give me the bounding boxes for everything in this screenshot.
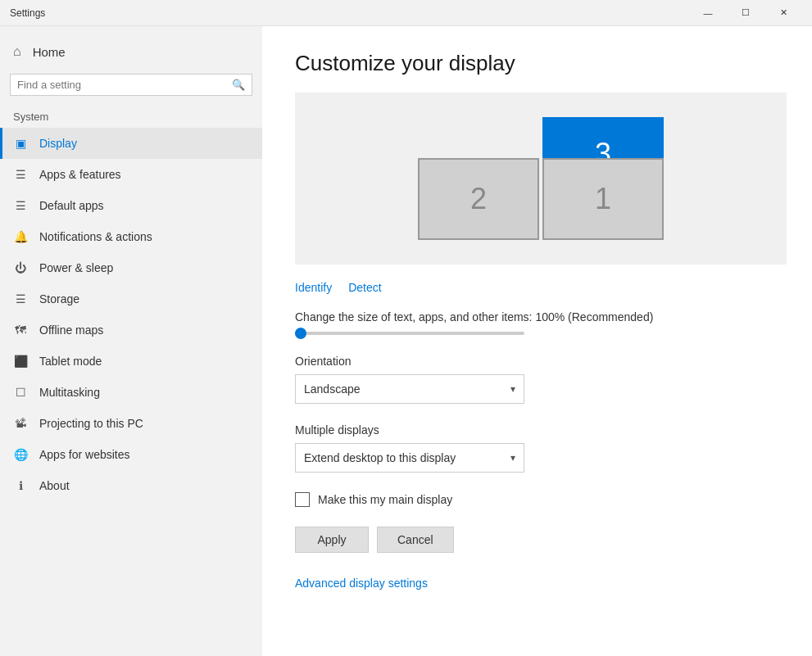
display-actions: Identify Detect — [295, 281, 779, 294]
sidebar-item-tablet-mode[interactable]: ⬛ Tablet mode — [0, 346, 262, 377]
monitor-2[interactable]: 2 — [418, 158, 539, 240]
close-button[interactable]: ✕ — [764, 0, 802, 26]
apps-websites-icon: 🌐 — [13, 448, 28, 461]
monitor-1-number: 1 — [595, 182, 611, 216]
scale-slider-track[interactable] — [295, 332, 524, 335]
about-label: About — [39, 479, 70, 492]
app-container: ⌂ Home 🔍 System ▣ Display ☰ Apps & featu… — [0, 26, 812, 656]
notifications-label: Notifications & actions — [39, 230, 152, 243]
sidebar-item-apps-websites[interactable]: 🌐 Apps for websites — [0, 439, 262, 470]
main-content: Customize your display 3 2 1 Identify De… — [262, 26, 812, 656]
multiple-displays-value: Extend desktop to this display — [304, 451, 456, 464]
sidebar-item-projecting[interactable]: 📽 Projecting to this PC — [0, 408, 262, 439]
default-apps-icon: ☰ — [13, 199, 28, 212]
search-input[interactable] — [17, 79, 232, 91]
notifications-icon: 🔔 — [13, 230, 28, 243]
monitor-1[interactable]: 1 — [542, 158, 664, 240]
monitor-group: 3 2 1 — [418, 117, 664, 240]
sidebar-item-display[interactable]: ▣ Display — [0, 128, 262, 159]
apps-websites-label: Apps for websites — [39, 448, 130, 461]
action-buttons: Apply Cancel — [295, 527, 779, 553]
make-main-label: Make this my main display — [318, 493, 452, 506]
multitasking-icon: ☐ — [13, 386, 28, 399]
default-apps-label: Default apps — [39, 199, 104, 212]
cancel-button[interactable]: Cancel — [377, 527, 454, 553]
projecting-label: Projecting to this PC — [39, 417, 143, 430]
sidebar-item-about[interactable]: ℹ About — [0, 470, 262, 501]
multiple-displays-arrow-icon: ▾ — [510, 452, 515, 464]
tablet-mode-label: Tablet mode — [39, 355, 102, 368]
monitor-2-number: 2 — [470, 182, 487, 216]
tablet-mode-icon: ⬛ — [13, 355, 28, 368]
maximize-button[interactable]: ☐ — [727, 0, 764, 26]
display-icon: ▣ — [13, 137, 28, 150]
orientation-label: Orientation — [295, 355, 779, 368]
sidebar-item-storage[interactable]: ☰ Storage — [0, 283, 262, 314]
home-nav-item[interactable]: ⌂ Home — [0, 34, 262, 69]
sidebar-item-offline-maps[interactable]: 🗺 Offline maps — [0, 314, 262, 346]
slider-thumb — [295, 328, 306, 339]
power-icon: ⏻ — [13, 261, 28, 274]
display-label: Display — [39, 137, 77, 150]
page-title: Customize your display — [295, 51, 779, 76]
offline-maps-icon: 🗺 — [13, 323, 28, 337]
search-box: 🔍 — [10, 74, 252, 96]
home-icon: ⌂ — [13, 44, 21, 59]
about-icon: ℹ — [13, 479, 28, 492]
advanced-display-link[interactable]: Advanced display settings — [295, 577, 428, 590]
apply-button[interactable]: Apply — [295, 527, 369, 553]
apps-features-label: Apps & features — [39, 168, 121, 181]
power-label: Power & sleep — [39, 261, 113, 274]
minimize-button[interactable]: — — [689, 0, 727, 26]
orientation-value: Landscape — [304, 382, 361, 396]
app-title: Settings — [10, 7, 689, 19]
system-label: System — [0, 106, 262, 128]
display-preview: 3 2 1 — [295, 93, 787, 265]
multitasking-label: Multitasking — [39, 386, 100, 399]
multiple-displays-label: Multiple displays — [295, 423, 779, 437]
apps-features-icon: ☰ — [13, 168, 28, 181]
identify-button[interactable]: Identify — [295, 281, 332, 294]
orientation-dropdown[interactable]: Landscape ▾ — [295, 374, 524, 404]
sidebar-item-default-apps[interactable]: ☰ Default apps — [0, 190, 262, 221]
sidebar-item-apps-features[interactable]: ☰ Apps & features — [0, 159, 262, 190]
make-main-row: Make this my main display — [295, 492, 779, 507]
titlebar: Settings — ☐ ✕ — [0, 0, 812, 26]
detect-button[interactable]: Detect — [348, 281, 381, 294]
multiple-displays-dropdown[interactable]: Extend desktop to this display ▾ — [295, 443, 524, 473]
multiple-displays-group: Multiple displays Extend desktop to this… — [295, 423, 779, 473]
window-controls: — ☐ ✕ — [689, 0, 802, 26]
make-main-checkbox[interactable] — [295, 492, 310, 507]
storage-icon: ☰ — [13, 292, 28, 305]
sidebar-item-multitasking[interactable]: ☐ Multitasking — [0, 377, 262, 408]
size-label: Change the size of text, apps, and other… — [295, 310, 779, 323]
storage-label: Storage — [39, 292, 79, 305]
sidebar-item-notifications[interactable]: 🔔 Notifications & actions — [0, 221, 262, 252]
home-label: Home — [33, 45, 66, 59]
search-icon: 🔍 — [232, 79, 245, 91]
sidebar: ⌂ Home 🔍 System ▣ Display ☰ Apps & featu… — [0, 26, 262, 656]
projecting-icon: 📽 — [13, 417, 28, 430]
orientation-group: Orientation Landscape ▾ — [295, 355, 779, 404]
orientation-arrow-icon: ▾ — [510, 383, 515, 395]
offline-maps-label: Offline maps — [39, 323, 103, 337]
sidebar-item-power[interactable]: ⏻ Power & sleep — [0, 252, 262, 283]
